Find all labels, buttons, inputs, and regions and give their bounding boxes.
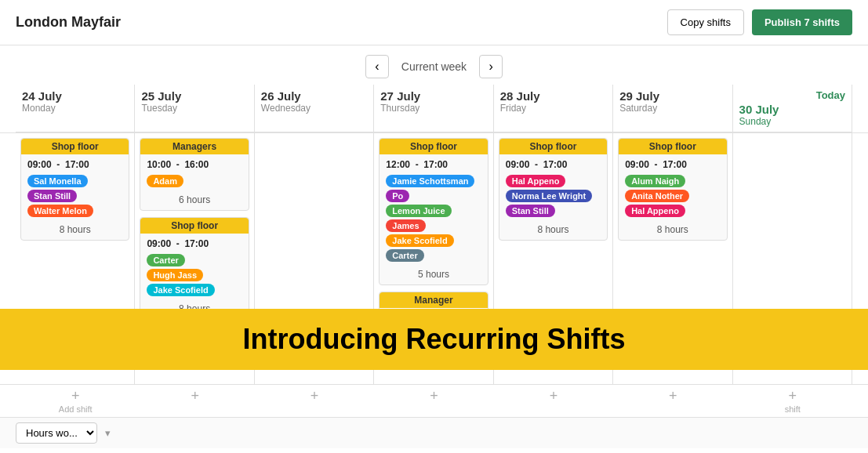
name-tag: Stan Still [506, 205, 555, 217]
add-col-thursday: + [374, 388, 493, 414]
add-shift-label-sun: shift [733, 404, 852, 414]
prev-week-button[interactable]: ‹ [365, 55, 389, 78]
calendar-wrapper: 24 July Monday 25 July Tuesday 26 July W… [0, 85, 868, 417]
hours-label: 8 hours [27, 224, 122, 235]
day-header-sunday: Today 30 July Sunday [733, 85, 852, 132]
day-header-monday: 24 July Monday [16, 85, 135, 132]
add-shift-wednesday[interactable]: + [311, 388, 319, 404]
name-tag: Norma Lee Wright [506, 190, 593, 202]
shift-tuesday-shopfloor[interactable]: Shop floor 09:00 - 17:00 Carter Hugh Jas… [140, 217, 249, 320]
next-week-button[interactable]: › [479, 55, 503, 78]
shift-title: Managers [140, 139, 248, 154]
name-tag: Carter [147, 254, 184, 266]
add-col-saturday: + [613, 388, 732, 414]
day-header-friday: 28 July Friday [494, 85, 613, 132]
today-label: Today [739, 89, 845, 101]
add-shift-tuesday[interactable]: + [191, 388, 199, 404]
footer-bar: Hours wo... ▾ [0, 417, 868, 448]
banner: Introducing Recurring Shifts [0, 309, 868, 370]
add-col-monday: + Add shift [16, 388, 135, 414]
shift-friday-shopfloor[interactable]: Shop floor 09:00 - 17:00 Hal Appeno Norm… [499, 138, 608, 241]
add-shift-thursday[interactable]: + [430, 388, 438, 404]
page-title: London Mayfair [16, 14, 121, 31]
name-tag: Po [386, 190, 409, 202]
name-tag: Adam [147, 175, 183, 187]
add-row: + Add shift + + + + + + shift [0, 384, 868, 417]
hours-label: 6 hours [147, 194, 242, 205]
add-shift-sunday[interactable]: + [789, 388, 797, 404]
name-tag: Jake Scofield [147, 284, 214, 296]
add-shift-saturday[interactable]: + [669, 388, 677, 404]
add-col-sunday: + shift [733, 388, 852, 414]
shift-title: Shop floor [380, 139, 487, 154]
day-headers-row: 24 July Monday 25 July Tuesday 26 July W… [0, 85, 868, 133]
hours-dropdown[interactable]: Hours wo... [16, 422, 97, 444]
banner-text: Introducing Recurring Shifts [242, 323, 625, 355]
name-tag: Hal Appeno [625, 205, 685, 217]
week-navigation: ‹ Current week › [0, 45, 868, 85]
name-tag: Lemon Juice [386, 205, 451, 217]
add-col-wednesday: + [255, 388, 374, 414]
name-tag: Hugh Jass [147, 269, 203, 281]
day-header-thursday: 27 July Thursday [374, 85, 493, 132]
publish-shifts-button[interactable]: Publish 7 shifts [752, 9, 852, 35]
day-header-wednesday: 26 July Wednesday [255, 85, 374, 132]
day-header-saturday: 29 July Saturday [613, 85, 732, 132]
shift-title: Shop floor [21, 139, 129, 154]
name-tag: Stan Still [27, 190, 77, 202]
hours-label: 8 hours [625, 224, 720, 235]
name-tag: Walter Melon [27, 205, 93, 217]
page-header: London Mayfair Copy shifts Publish 7 shi… [0, 0, 868, 45]
shift-tuesday-managers[interactable]: Managers 10:00 - 16:00 Adam 6 hours [140, 138, 249, 211]
footer-chevron-icon: ▾ [105, 427, 111, 439]
hours-label: 8 hours [506, 224, 601, 235]
shift-monday-shopfloor[interactable]: Shop floor 09:00 - 17:00 Sal Monella Sta… [20, 138, 129, 241]
shift-title: Shop floor [499, 139, 607, 154]
name-tag: Hal Appeno [506, 175, 566, 187]
shift-thursday-shopfloor[interactable]: Shop floor 12:00 - 17:00 Jamie Schottsma… [379, 138, 488, 285]
shift-saturday-shopfloor[interactable]: Shop floor 09:00 - 17:00 Alum Naigh Anit… [618, 138, 727, 241]
name-tag: James [386, 219, 425, 232]
name-tag: Jamie Schottsman [386, 175, 474, 187]
name-tag: Jake Scofield [386, 234, 453, 247]
name-tag: Anita Nother [625, 190, 689, 202]
day-header-tuesday: 25 July Tuesday [135, 85, 254, 132]
add-col-friday: + [494, 388, 613, 414]
add-shift-label: Add shift [16, 404, 135, 414]
current-week-label: Current week [401, 60, 467, 73]
shift-title: Shop floor [619, 139, 726, 154]
add-shift-friday[interactable]: + [550, 388, 558, 404]
name-tag: Sal Monella [27, 175, 88, 187]
hours-label: 5 hours [386, 269, 481, 280]
add-col-tuesday: + [135, 388, 254, 414]
add-shift-monday[interactable]: + [71, 388, 80, 404]
header-actions: Copy shifts Publish 7 shifts [667, 9, 852, 35]
name-tag: Alum Naigh [625, 175, 685, 187]
shift-title: Manager [380, 292, 487, 308]
copy-shifts-button[interactable]: Copy shifts [667, 9, 744, 35]
shift-title: Shop floor [140, 218, 248, 234]
name-tag: Carter [386, 249, 423, 262]
